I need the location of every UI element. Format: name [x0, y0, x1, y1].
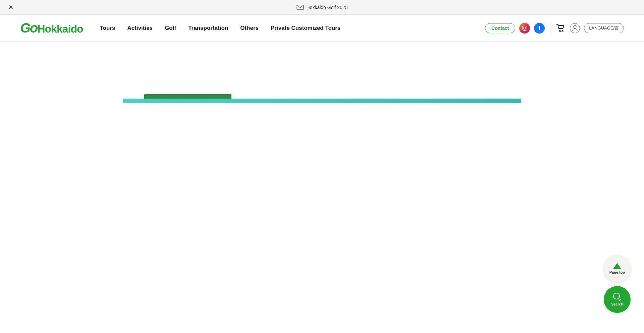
svg-point-5 — [562, 31, 563, 32]
banner-teal-strip — [123, 99, 521, 103]
announcement-content: Hokkaido Golf 2025 — [297, 5, 348, 10]
main-nav: Tours Activities Golf Transportation Oth… — [100, 25, 485, 32]
announcement-text: Hokkaido Golf 2025 — [307, 5, 348, 10]
page-top-arrow-icon — [613, 263, 621, 269]
search-icon — [613, 293, 621, 301]
nav-item-golf[interactable]: Golf — [165, 25, 176, 32]
svg-point-6 — [574, 25, 576, 28]
main-content — [0, 42, 644, 326]
cart-icon[interactable] — [556, 23, 566, 33]
header-actions: Contact f LANGUAGE/言 — [485, 23, 624, 34]
nav-item-activities[interactable]: Activities — [127, 25, 153, 32]
page-top-label: Page top — [609, 270, 625, 274]
svg-point-4 — [559, 31, 560, 32]
user-icon[interactable] — [570, 23, 580, 33]
nav-item-transportation[interactable]: Transportation — [188, 25, 228, 32]
instagram-icon[interactable] — [519, 23, 530, 34]
nav-item-others[interactable]: Others — [240, 25, 259, 32]
svg-point-2 — [524, 27, 526, 29]
svg-point-3 — [526, 26, 526, 27]
facebook-f: f — [538, 25, 540, 31]
logo[interactable]: Go Hokkaido — [20, 20, 83, 36]
email-icon — [297, 5, 304, 10]
svg-rect-1 — [522, 26, 527, 30]
header: Go Hokkaido Tours Activities Golf Transp… — [0, 15, 644, 42]
close-announcement-button[interactable]: ✕ — [7, 3, 15, 11]
announcement-bar: ✕ Hokkaido Golf 2025 — [0, 0, 644, 15]
nav-item-private-customized-tours[interactable]: Private Customized Tours — [271, 25, 340, 32]
nav-item-tours[interactable]: Tours — [100, 25, 115, 32]
floating-buttons: Page top Search — [604, 255, 631, 313]
language-button[interactable]: LANGUAGE/言 — [584, 23, 624, 33]
contact-button[interactable]: Contact — [485, 23, 515, 33]
banner-green-strip — [144, 94, 231, 99]
search-label: Search — [611, 302, 624, 306]
search-button[interactable]: Search — [604, 286, 631, 313]
facebook-icon[interactable]: f — [534, 23, 545, 34]
logo-hokkaido: Hokkaido — [38, 23, 83, 35]
logo-go: Go — [20, 20, 38, 36]
divider — [550, 23, 550, 33]
page-top-button[interactable]: Page top — [604, 255, 631, 282]
